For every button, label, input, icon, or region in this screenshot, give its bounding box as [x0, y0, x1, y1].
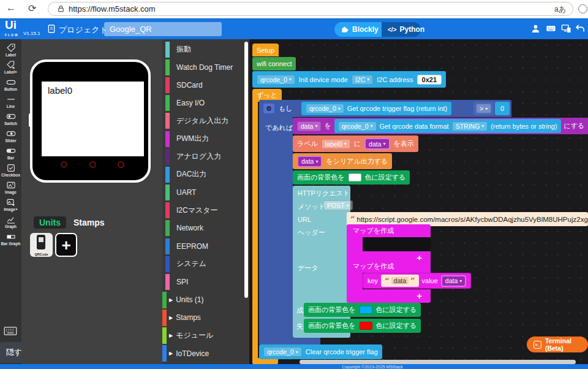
keyboard-shortcut-icon[interactable]: [4, 326, 17, 336]
category-watchdog[interactable]: Watch Dog Timer: [162, 58, 249, 76]
browser-refresh-icon[interactable]: ⟳: [28, 2, 36, 14]
device-button-c[interactable]: [118, 161, 124, 168]
block-key-value-pair[interactable]: key “ data ” value data: [363, 273, 471, 289]
terminal-beta-button[interactable]: >_ Terminal (Beta): [527, 337, 588, 352]
mode-dropdown[interactable]: I2C: [352, 75, 373, 85]
image-plus-icon: [6, 197, 16, 207]
category-module-group[interactable]: ▶モジュール: [162, 327, 249, 344]
map-add-row-button[interactable]: +: [347, 289, 431, 303]
category-stamps-group[interactable]: ▶Stamps: [162, 309, 249, 327]
tool-slider[interactable]: Slider: [0, 127, 21, 144]
category-color-bar: [165, 167, 170, 183]
i2c-address-field[interactable]: 0x21: [417, 75, 442, 85]
device-button-b[interactable]: [89, 161, 96, 168]
block-wifi-connect[interactable]: wifi connect: [252, 57, 296, 70]
category-sdcard[interactable]: SDCard: [162, 76, 249, 94]
tab-units[interactable]: Units: [34, 216, 66, 229]
block-bg-on-success[interactable]: 画面の背景色を 色に設定する: [304, 303, 421, 317]
category-uart[interactable]: UART: [162, 184, 249, 202]
category-vibration[interactable]: 振動: [162, 40, 249, 58]
device-dropdown[interactable]: qrcode_0: [306, 104, 344, 113]
user-icon[interactable]: [530, 23, 541, 34]
variable-block-data[interactable]: data: [364, 138, 390, 150]
category-network[interactable]: Network: [162, 219, 249, 237]
block-serial-print[interactable]: data をシリアル出力する: [293, 153, 392, 169]
tool-image-plus[interactable]: Image+: [0, 196, 21, 213]
tool-graph[interactable]: Graph: [0, 213, 21, 230]
tool-label-plus[interactable]: Label+: [0, 58, 21, 75]
device-side-button: [29, 113, 31, 127]
tool-button[interactable]: Button: [0, 75, 21, 93]
block-get-qrcode-data[interactable]: qrcode_0 Get qrcode data format STRING (…: [334, 119, 561, 133]
keyboard-icon[interactable]: [545, 23, 556, 34]
color-swatch[interactable]: [360, 306, 372, 314]
project-name-input[interactable]: Google_QR: [104, 22, 222, 36]
category-analog[interactable]: アナログ入力: [162, 148, 249, 165]
blockly-workspace[interactable]: Setup wifi connect qrcode_0 Init device …: [249, 39, 588, 364]
color-swatch[interactable]: [360, 322, 372, 330]
screen-label0[interactable]: label0: [48, 85, 72, 96]
block-set-bg-color[interactable]: 画面の背景色を 色に設定する: [293, 170, 410, 184]
gear-icon[interactable]: ⚙: [263, 104, 274, 113]
label-target-dropdown[interactable]: label0: [322, 139, 350, 149]
variable-block-data[interactable]: data: [297, 156, 322, 167]
device-dropdown[interactable]: qrcode_0: [257, 75, 295, 85]
block-number-zero[interactable]: 0: [495, 102, 510, 115]
monitor-list-icon[interactable]: [560, 23, 571, 34]
tab-stamps[interactable]: Stamps: [74, 218, 105, 227]
category-dac[interactable]: DAC出力: [162, 165, 249, 183]
translate-icon[interactable]: aあ: [554, 4, 566, 15]
block-clear-trigger-flag[interactable]: qrcode_0 Clear qrcode trigger flag: [259, 344, 382, 359]
color-swatch[interactable]: [349, 173, 361, 181]
project-menu[interactable]: プロジェクト: [59, 25, 108, 36]
category-spi[interactable]: SPI: [162, 273, 249, 291]
workspace-horizontal-scrollbar[interactable]: [300, 360, 576, 364]
category-iotdevice-group[interactable]: ▶IoTDevice: [162, 344, 249, 362]
block-compare-op[interactable]: >: [473, 102, 494, 115]
block-qrcode-init[interactable]: qrcode_0 Init device mode I2C I2C addres…: [252, 71, 446, 88]
block-create-map-headers[interactable]: マップを作成: [347, 224, 431, 237]
empty-map-socket[interactable]: [363, 237, 431, 251]
tool-label[interactable]: Label: [0, 41, 21, 58]
unit-qrcode-tile[interactable]: QRCode: [30, 233, 53, 257]
device-dropdown[interactable]: qrcode_0: [338, 121, 377, 131]
device-dropdown[interactable]: qrcode_0: [263, 347, 302, 357]
block-get-trigger-flag[interactable]: qrcode_0 Get qrcode trigger flag (return…: [301, 102, 451, 115]
device-screen[interactable]: label0: [42, 82, 144, 156]
browser-extension-icon[interactable]: [578, 4, 587, 13]
category-scrollbar[interactable]: [244, 42, 248, 298]
category-units-group[interactable]: ▶Units (1): [162, 291, 249, 309]
block-create-map-data[interactable]: マップを作成: [347, 260, 431, 273]
variable-dropdown[interactable]: data: [297, 121, 321, 131]
http-method-dropdown[interactable]: POST: [323, 200, 353, 210]
tool-bar[interactable]: Bar: [0, 144, 21, 161]
key-string-block[interactable]: “ data ”: [381, 275, 418, 287]
category-digital-io[interactable]: デジタル入出力: [162, 112, 249, 130]
operator-dropdown[interactable]: >: [476, 104, 491, 113]
variable-block-data[interactable]: data: [441, 275, 466, 287]
copyright-text: Copyright ©2019-2025 M5Stack: [342, 365, 403, 369]
tool-image[interactable]: Image: [0, 178, 21, 196]
category-i2c-master[interactable]: I2Cマスター: [162, 202, 249, 219]
category-eeprom[interactable]: EEPROM: [162, 237, 249, 255]
format-dropdown[interactable]: STRING: [452, 121, 488, 131]
block-bg-on-fail[interactable]: 画面の背景色を 色に設定する: [304, 319, 421, 333]
url-text[interactable]: https://flow.m5stack.com: [69, 4, 156, 13]
browser-back-icon[interactable]: ←: [6, 2, 16, 13]
category-easy-io[interactable]: Easy I/O: [162, 94, 249, 112]
category-system[interactable]: システム: [162, 255, 249, 273]
undo-icon[interactable]: [575, 23, 586, 34]
tab-blockly[interactable]: Blockly: [334, 22, 382, 37]
tool-switch[interactable]: Switch: [0, 110, 21, 127]
string-value-field[interactable]: data: [391, 277, 409, 284]
block-set-variable[interactable]: data を qrcode_0 Get qrcode data format S…: [293, 118, 588, 134]
block-show-label[interactable]: ラベル label0 に data を表示: [293, 135, 418, 152]
tool-line[interactable]: Line: [0, 93, 21, 110]
category-pwm[interactable]: PWM出力: [162, 130, 249, 148]
tab-python[interactable]: </> Python: [382, 22, 421, 37]
device-button-a[interactable]: [61, 161, 67, 168]
block-setup[interactable]: Setup: [252, 44, 279, 56]
tool-bar-graph[interactable]: Bar Graph: [0, 230, 21, 247]
add-unit-button[interactable]: +: [55, 233, 77, 257]
tool-checkbox[interactable]: Checkbox: [0, 161, 21, 178]
